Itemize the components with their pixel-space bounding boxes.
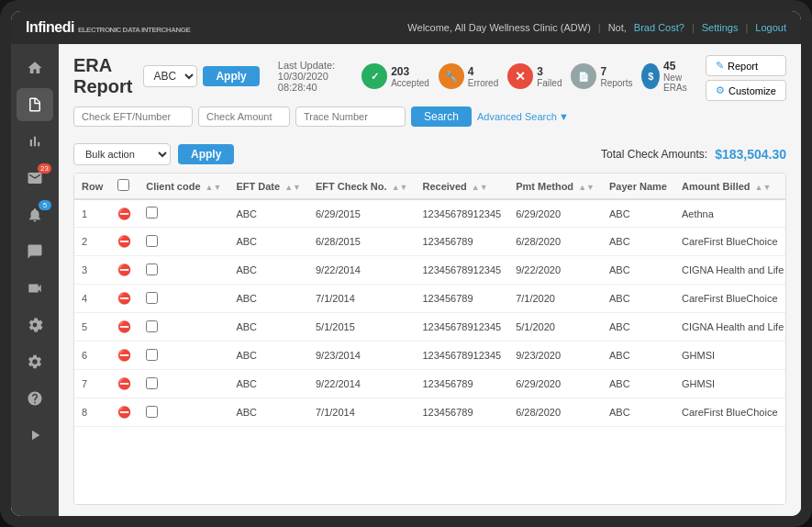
cell-pmt: ABC (602, 398, 674, 427)
row-checkbox[interactable] (146, 264, 158, 275)
amount-input[interactable] (198, 107, 290, 127)
col-eft-check[interactable]: EFT Check No. ▲▼ (308, 174, 416, 199)
client-select[interactable]: ABC (143, 65, 197, 87)
cell-payer: CIGNA Health and Life Insurance (674, 256, 786, 285)
sidebar-item-analytics[interactable] (17, 125, 53, 158)
cell-checkbox[interactable] (139, 199, 228, 228)
sidebar-item-play[interactable] (17, 419, 53, 452)
col-eft-date[interactable]: EFT Date ▲▼ (228, 174, 308, 199)
delete-icon[interactable]: ⛔ (117, 292, 131, 305)
report-button[interactable]: ✎ Report (706, 55, 786, 76)
cell-payer: GHMSI (674, 342, 786, 370)
cell-delete[interactable]: ⛔ (110, 313, 139, 342)
bulk-action-select[interactable]: Bulk action (73, 143, 171, 165)
customize-icon: ⚙ (716, 84, 725, 96)
delete-icon[interactable]: ⛔ (117, 207, 131, 220)
delete-icon[interactable]: ⛔ (117, 320, 131, 333)
errored-circle: 🔧 (439, 63, 464, 89)
logo: InfinediELECTRONIC DATA INTERCHANGE (26, 19, 190, 36)
col-received[interactable]: Received ▲▼ (415, 174, 508, 199)
cell-delete[interactable]: ⛔ (110, 398, 139, 427)
cell-eft-check: 123456789 (415, 370, 508, 398)
trace-input[interactable] (295, 107, 406, 127)
cell-pmt: ABC (602, 370, 674, 398)
sidebar-item-video[interactable] (17, 272, 53, 305)
sidebar-item-claims[interactable] (17, 88, 53, 121)
failed-circle: ✕ (507, 63, 533, 89)
cell-checkbox[interactable] (139, 285, 228, 313)
select-all-checkbox[interactable] (117, 179, 129, 191)
delete-icon[interactable]: ⛔ (117, 349, 131, 362)
col-select-all[interactable] (110, 174, 139, 199)
cell-received: 5/1/2020 (508, 313, 602, 342)
row-checkbox[interactable] (146, 207, 158, 219)
sidebar-item-alerts[interactable]: 5 (17, 198, 53, 231)
welcome-text: Welcome, All Day Wellness Clinic (ADW) (407, 22, 590, 33)
row-checkbox[interactable] (146, 320, 158, 332)
row-checkbox[interactable] (146, 292, 158, 304)
settings-link[interactable]: Settings (702, 22, 739, 33)
table-row: 1 ⛔ ABC 6/29/2015 12345678912345 6/29/20… (74, 199, 786, 228)
cell-eft-date: 6/28/2015 (308, 228, 416, 256)
row-checkbox[interactable] (146, 377, 158, 389)
report-icon: ✎ (716, 60, 724, 72)
cell-received: 7/1/2020 (508, 285, 602, 313)
era-table: Row Client code ▲▼ EFT Date ▲▼ EFT Check… (74, 174, 786, 427)
reports-badge: 📄 7 Reports (571, 63, 632, 89)
cell-checkbox[interactable] (139, 398, 228, 427)
top-nav: InfinediELECTRONIC DATA INTERCHANGE Welc… (11, 11, 801, 44)
col-client[interactable]: Client code ▲▼ (139, 174, 228, 199)
sidebar-item-settings[interactable] (17, 345, 53, 378)
col-pmt[interactable]: Pmt Method ▲▼ (508, 174, 602, 199)
search-button[interactable]: Search (411, 107, 472, 127)
cell-client: ABC (228, 285, 308, 313)
apply-button[interactable]: Apply (203, 66, 259, 86)
sidebar-item-chat[interactable] (17, 235, 53, 268)
new-eras-badge: $ 45 New ERAs (641, 60, 695, 93)
delete-icon[interactable]: ⛔ (117, 235, 131, 248)
delete-icon[interactable]: ⛔ (117, 377, 131, 390)
cell-eft-check: 123456789 (415, 285, 508, 313)
cell-pmt: ABC (602, 199, 674, 228)
col-billed[interactable]: Amount Billed ▲▼ (674, 174, 786, 199)
cell-payer: CareFirst BlueChoice (674, 398, 786, 427)
table-row: 7 ⛔ ABC 9/22/2014 123456789 6/29/2020 AB… (74, 370, 786, 398)
cell-row-num: 7 (74, 370, 110, 398)
delete-icon[interactable]: ⛔ (117, 264, 131, 276)
cell-delete[interactable]: ⛔ (110, 256, 139, 285)
sidebar-item-camera[interactable] (17, 308, 53, 342)
cell-delete[interactable]: ⛔ (110, 370, 139, 398)
cell-eft-check: 12345678912345 (415, 256, 508, 285)
sidebar-item-messages[interactable]: 23 (17, 162, 53, 195)
cell-checkbox[interactable] (139, 256, 228, 285)
bulk-apply-button[interactable]: Apply (178, 144, 234, 164)
row-checkbox[interactable] (146, 235, 158, 247)
accepted-badge: ✓ 203 Accepted (362, 63, 429, 89)
cell-delete[interactable]: ⛔ (110, 285, 139, 313)
delete-icon[interactable]: ⛔ (117, 406, 131, 419)
cell-checkbox[interactable] (139, 370, 228, 398)
col-payer: Payer Name (602, 174, 674, 199)
cell-delete[interactable]: ⛔ (110, 228, 139, 256)
cell-row-num: 4 (74, 285, 110, 313)
cell-checkbox[interactable] (139, 342, 228, 370)
cell-checkbox[interactable] (139, 313, 228, 342)
nav-right: Welcome, All Day Wellness Clinic (ADW) |… (407, 22, 786, 33)
advanced-search-toggle[interactable]: Advanced Search ▼ (477, 111, 569, 122)
cell-checkbox[interactable] (139, 228, 228, 256)
row-checkbox[interactable] (146, 349, 158, 361)
sidebar-item-home[interactable] (17, 51, 53, 84)
cell-delete[interactable]: ⛔ (110, 342, 139, 370)
sidebar-item-help[interactable] (17, 382, 53, 415)
cell-received: 9/22/2020 (508, 256, 602, 285)
eft-number-input[interactable] (73, 107, 193, 127)
cell-eft-check: 12345678912345 (415, 313, 508, 342)
row-checkbox[interactable] (146, 406, 158, 418)
cell-client: ABC (228, 398, 308, 427)
brad-cost-link[interactable]: Brad Cost? (634, 22, 684, 33)
logout-link[interactable]: Logout (755, 22, 786, 33)
customize-button[interactable]: ⚙ Customize (706, 80, 786, 101)
col-row: Row (74, 174, 110, 199)
table-row: 3 ⛔ ABC 9/22/2014 12345678912345 9/22/20… (74, 256, 786, 285)
cell-delete[interactable]: ⛔ (110, 199, 139, 228)
